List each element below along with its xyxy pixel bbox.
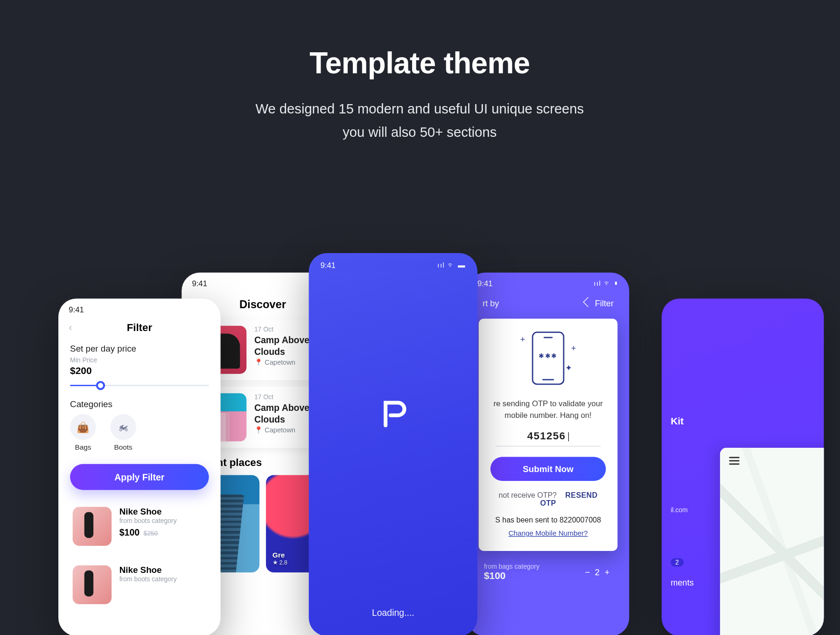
status-bar: 9:41 ııl ᯤ ▮ [467, 273, 629, 295]
category-row: 👜 Bags 🏍 Boots [70, 414, 209, 451]
resend-row: not receive OTP? RESEND OTP [490, 491, 606, 507]
product-name: Nike Shoe [119, 565, 177, 575]
status-icons: ııl ᯤ ▮ [594, 279, 619, 288]
filter-title: Filter [127, 322, 152, 333]
map-card[interactable]: 📍 [720, 448, 824, 635]
product-row[interactable]: Nike Shoe from boots category [69, 559, 210, 611]
otp-phone-icon: ✱✱✱ ++✦ [525, 332, 571, 390]
otp-code-input[interactable]: 451256 [490, 430, 606, 442]
categories-label: Categories [70, 399, 209, 409]
ments-label: ments [671, 578, 693, 587]
submit-now-button[interactable]: Submit Now [490, 457, 606, 481]
place-rating: ★ 2.8 [273, 559, 287, 566]
phone-map: Kit il.com 2 ments 📍 [662, 298, 824, 635]
bag-icon: 👜 [70, 414, 96, 440]
product-name: Nike Shoe [119, 507, 177, 517]
status-time: 9:41 [69, 305, 84, 314]
menu-icon[interactable] [729, 457, 739, 465]
pin-icon: 📍 [254, 358, 263, 366]
phone-mockups: Kit il.com 2 ments 📍 9:41 ııl ᯤ ▮ rt by … [0, 253, 840, 635]
hero-title: Template theme [0, 45, 840, 80]
qty-value: 2 [595, 567, 600, 577]
change-number-link[interactable]: Change Mobile Number? [490, 529, 606, 537]
email-fragment: il.com [671, 506, 687, 513]
back-icon[interactable]: ‹ [69, 322, 72, 333]
price-label: $100 [484, 570, 539, 581]
otp-topbar: rt by Filter [467, 295, 629, 308]
status-icons: ııl ᯤ ▬ [437, 261, 466, 270]
place-name: Gre [273, 551, 285, 559]
phone-filter: 9:41 ‹ Filter Set per day price Min Pric… [58, 298, 221, 635]
price-slider[interactable] [70, 381, 209, 390]
app-logo-icon [374, 394, 412, 434]
product-from: from boots category [119, 517, 177, 524]
map-surface[interactable] [720, 448, 824, 635]
set-price-label: Set per day price [70, 344, 209, 354]
product-row[interactable]: Nike Shoe from boots category $100$250 [69, 501, 210, 552]
category-boots[interactable]: 🏍 Boots [110, 414, 136, 451]
phone-otp: 9:41 ııl ᯤ ▮ rt by Filter ✱✱✱ ++✦ re sen… [467, 273, 629, 635]
apply-filter-button[interactable]: Apply Filter [70, 464, 209, 490]
otp-message: re sending OTP to validate your mobile n… [490, 398, 606, 421]
status-time: 9:41 [192, 279, 207, 288]
otp-sent-text: S has been sent to 8220007008 [490, 516, 606, 524]
hero-section: Template theme We designed 15 modern and… [0, 0, 840, 144]
kit-label: Kit [671, 416, 684, 427]
from-category: from bags category [484, 563, 539, 570]
slider-knob[interactable] [96, 381, 105, 390]
boot-icon: 🏍 [110, 414, 136, 440]
status-time: 9:41 [321, 261, 336, 270]
filter-header: ‹ Filter [58, 321, 221, 340]
filter-link[interactable]: Filter [585, 298, 614, 308]
qty-minus[interactable]: − [582, 567, 593, 577]
qty-plus[interactable]: + [602, 567, 612, 577]
min-price-value: $200 [70, 365, 209, 376]
filter-icon [583, 297, 593, 307]
divider [496, 446, 601, 446]
quantity-stepper[interactable]: − 2 + [582, 567, 613, 577]
otp-card: ✱✱✱ ++✦ re sending OTP to validate your … [479, 318, 617, 551]
product-image [73, 565, 112, 604]
product-price: $100$250 [119, 527, 177, 537]
otp-below-row: from bags category $100 − 2 + [484, 563, 612, 581]
status-time: 9:41 [477, 279, 492, 288]
status-bar: 9:41 ııl ᯤ ▬ [309, 253, 477, 278]
count-badge: 2 [671, 558, 683, 566]
phone-splash: 9:41 ııl ᯤ ▬ Loading.... [309, 253, 477, 635]
product-image [73, 507, 112, 546]
sort-by-label[interactable]: rt by [483, 298, 499, 308]
product-from: from boots category [119, 576, 177, 583]
min-price-label: Min Price [70, 356, 209, 363]
loading-text: Loading.... [309, 607, 477, 618]
category-bags[interactable]: 👜 Bags [70, 414, 96, 451]
pin-icon: 📍 [254, 426, 263, 434]
hero-subtitle: We designed 15 modern and useful UI uniq… [0, 98, 840, 144]
status-bar: 9:41 [58, 298, 221, 320]
